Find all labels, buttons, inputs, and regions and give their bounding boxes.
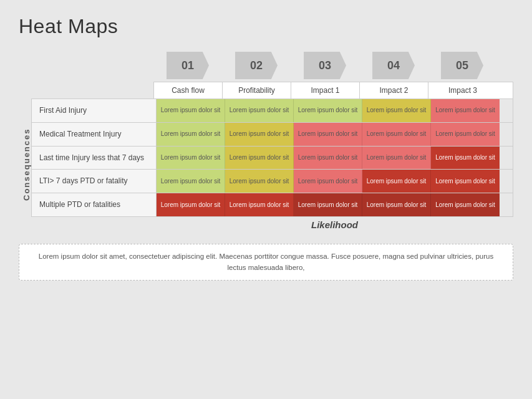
heat-cell: Lorem ipsum dolor sit xyxy=(157,193,225,216)
table-with-axis: Consequences First Aid InjuryLorem ipsum… xyxy=(19,99,513,230)
heat-cell: Lorem ipsum dolor sit xyxy=(225,170,294,193)
column-number-badge: 05 xyxy=(441,52,483,79)
table-area: 0102030405 Cash flowProfitabilityImpact … xyxy=(19,49,513,230)
row-label: Medical Treatment Injury xyxy=(32,123,157,146)
heat-cell: Lorem ipsum dolor sit xyxy=(431,147,500,170)
x-axis-label: Likelihood xyxy=(156,219,513,230)
heat-cell: Lorem ipsum dolor sit xyxy=(157,170,225,193)
y-axis-label: Consequences xyxy=(19,99,31,230)
heat-cell: Lorem ipsum dolor sit xyxy=(362,123,431,146)
table-container: First Aid InjuryLorem ipsum dolor sitLor… xyxy=(31,99,513,230)
footer-note: Lorem ipsum dolor sit amet, consectetuer… xyxy=(19,244,513,281)
heat-cell: Lorem ipsum dolor sit xyxy=(431,99,500,122)
row-label: Last time Injury less that 7 days xyxy=(32,147,157,170)
heat-cell: Lorem ipsum dolor sit xyxy=(431,123,500,146)
heat-cell: Lorem ipsum dolor sit xyxy=(362,147,431,170)
column-label-cell: Impact 1 xyxy=(291,82,360,99)
column-labels-row: Cash flowProfitabilityImpact 1Impact 2Im… xyxy=(153,82,513,99)
column-number-cell: 02 xyxy=(222,49,291,82)
column-label-cell: Impact 3 xyxy=(428,82,497,99)
column-number-badge: 01 xyxy=(167,52,209,79)
row-label: Multiple PTD or fatalities xyxy=(32,193,157,216)
page: Heat Maps 0102030405 Cash flowProfitabil… xyxy=(0,0,532,399)
column-numbers-row: 0102030405 xyxy=(153,49,513,82)
heat-cell: Lorem ipsum dolor sit xyxy=(225,123,294,146)
heat-cell: Lorem ipsum dolor sit xyxy=(431,193,500,216)
column-number-badge: 04 xyxy=(372,52,415,79)
heat-cell: Lorem ipsum dolor sit xyxy=(294,99,362,122)
column-number-cell: 04 xyxy=(359,49,428,82)
table-row: First Aid InjuryLorem ipsum dolor sitLor… xyxy=(32,99,513,123)
row-label: First Aid Injury xyxy=(32,99,157,122)
heat-cell: Lorem ipsum dolor sit xyxy=(362,170,431,193)
page-title: Heat Maps xyxy=(19,15,513,38)
heat-table: First Aid InjuryLorem ipsum dolor sitLor… xyxy=(31,99,513,217)
column-number-cell: 05 xyxy=(428,49,496,82)
column-number-cell: 01 xyxy=(153,49,222,82)
row-label: LTI> 7 days PTD or fatality xyxy=(32,170,157,193)
heat-cell: Lorem ipsum dolor sit xyxy=(294,123,362,146)
column-label-cell: Cash flow xyxy=(154,82,223,99)
heat-cell: Lorem ipsum dolor sit xyxy=(157,123,225,146)
heat-cell: Lorem ipsum dolor sit xyxy=(294,193,362,216)
heat-cell: Lorem ipsum dolor sit xyxy=(225,147,294,170)
heat-cell: Lorem ipsum dolor sit xyxy=(157,99,225,122)
heat-cell: Lorem ipsum dolor sit xyxy=(362,99,431,122)
heat-cell: Lorem ipsum dolor sit xyxy=(431,170,500,193)
heat-cell: Lorem ipsum dolor sit xyxy=(225,99,294,122)
heat-cell: Lorem ipsum dolor sit xyxy=(362,193,431,216)
table-row: LTI> 7 days PTD or fatalityLorem ipsum d… xyxy=(32,170,513,193)
heat-cell: Lorem ipsum dolor sit xyxy=(294,170,362,193)
column-label-cell: Profitability xyxy=(223,82,291,99)
heat-cell: Lorem ipsum dolor sit xyxy=(225,193,294,216)
heat-cell: Lorem ipsum dolor sit xyxy=(294,147,362,170)
column-number-cell: 03 xyxy=(291,49,359,82)
table-row: Medical Treatment InjuryLorem ipsum dolo… xyxy=(32,123,513,147)
table-row: Last time Injury less that 7 daysLorem i… xyxy=(32,147,513,170)
column-number-badge: 03 xyxy=(304,52,346,79)
heat-cell: Lorem ipsum dolor sit xyxy=(157,147,225,170)
table-row: Multiple PTD or fatalitiesLorem ipsum do… xyxy=(32,193,513,216)
column-label-cell: Impact 2 xyxy=(360,82,428,99)
column-number-badge: 02 xyxy=(235,52,278,79)
